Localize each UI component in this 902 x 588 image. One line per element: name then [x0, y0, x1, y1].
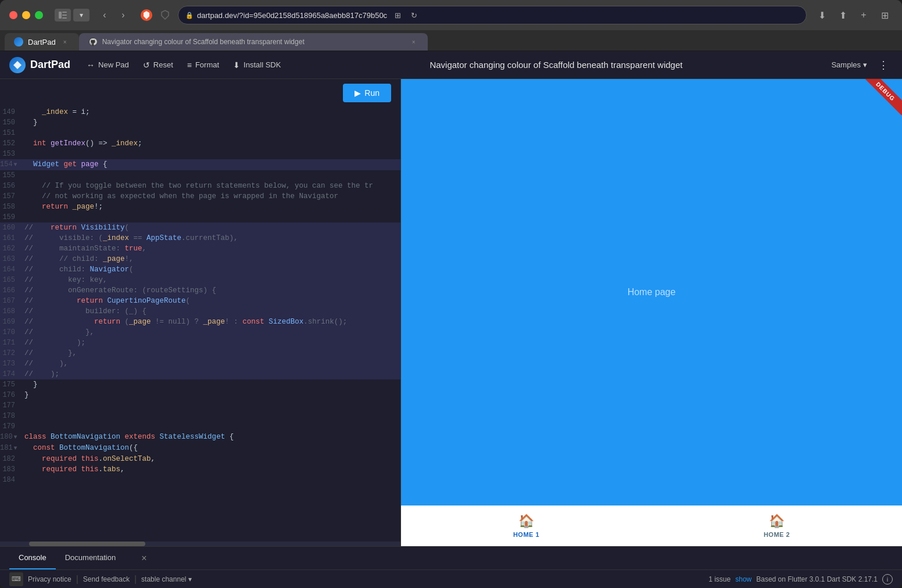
dartpad-logo: DartPad	[9, 57, 70, 73]
tab-overview-button[interactable]: ⊞	[876, 7, 893, 23]
scrollbar-thumb[interactable]	[29, 542, 145, 546]
tab-dartpad-close[interactable]: ×	[60, 37, 70, 46]
privacy-notice-link[interactable]: Privacy notice	[28, 575, 71, 583]
reset-button[interactable]: ↺ Reset	[136, 57, 180, 73]
sidebar-toggle-button[interactable]	[55, 9, 71, 21]
privacy-shield-icon[interactable]	[157, 7, 173, 23]
tab-bar: DartPad × Navigator changing colour of S…	[0, 30, 902, 51]
downloads-button[interactable]: ⬇	[814, 7, 830, 23]
shield-icons	[138, 7, 173, 23]
table-row: 156 // If you toggle between the two ret…	[0, 181, 400, 191]
table-row: 182 required this.onSelectTab,	[0, 454, 400, 464]
table-row: 181▼ const BottomNavigation({	[0, 443, 400, 454]
table-row: 173 // ),	[0, 358, 400, 369]
dartpad-favicon	[14, 37, 23, 46]
preview-content: Home page	[401, 79, 902, 505]
maximize-window-button[interactable]	[35, 11, 43, 19]
home1-icon: 🏠	[518, 514, 534, 529]
table-row: 175 }	[0, 379, 400, 390]
share-button[interactable]: ⬆	[835, 7, 851, 23]
minimize-window-button[interactable]	[22, 11, 30, 19]
horizontal-scrollbar[interactable]	[0, 542, 400, 546]
samples-label: Samples	[831, 60, 861, 69]
preview-pane: DEBUG Home page 🏠 HOME 1 🏠 HOME 2	[401, 79, 902, 546]
browser-actions: ⬇ ⬆ + ⊞	[814, 7, 893, 23]
back-button[interactable]: ‹	[96, 7, 113, 23]
samples-button[interactable]: Samples ▾	[824, 57, 874, 73]
documentation-tab-label: Documentation	[65, 553, 116, 562]
table-row: 157 // not working as expected when the …	[0, 191, 400, 202]
table-row: 158 return _page!;	[0, 202, 400, 212]
install-sdk-button[interactable]: ⬇ Install SDK	[226, 57, 288, 73]
forward-button[interactable]: ›	[115, 7, 131, 23]
status-left: ⌨ Privacy notice | Send feedback | stabl…	[9, 572, 192, 586]
table-row: 151	[0, 128, 400, 138]
new-pad-label: New Pad	[98, 60, 129, 69]
issue-count: 1 issue	[708, 575, 731, 583]
fold-arrow[interactable]: ▼	[14, 162, 17, 168]
run-button[interactable]: ▶ Run	[343, 84, 391, 102]
nav-buttons: ‹ ›	[96, 7, 131, 23]
table-row: 155	[0, 170, 400, 181]
table-row: 164 // child: Navigator(	[0, 264, 400, 275]
tab-navigator[interactable]: Navigator changing colour of Scaffold be…	[79, 33, 428, 51]
table-row: 160 // return Visibility(	[0, 223, 400, 233]
more-options-button[interactable]: ⋮	[874, 56, 893, 74]
send-feedback-link[interactable]: Send feedback	[83, 575, 130, 583]
nav-item-home1[interactable]: 🏠 HOME 1	[401, 509, 652, 543]
info-icon: i	[887, 576, 888, 583]
install-sdk-icon: ⬇	[233, 60, 240, 70]
window-menu-button[interactable]: ▾	[73, 9, 90, 21]
new-pad-button[interactable]: ↔ New Pad	[80, 57, 136, 73]
documentation-tab[interactable]: Documentation	[56, 547, 125, 569]
svg-rect-0	[59, 12, 62, 19]
tab-dartpad[interactable]: DartPad ×	[5, 33, 79, 51]
fold-arrow[interactable]: ▼	[14, 434, 17, 440]
tab-navigator-close[interactable]: ×	[409, 37, 418, 46]
table-row: 169 // return (_page != null) ? _page! :…	[0, 317, 400, 327]
console-tab[interactable]: Console	[9, 547, 56, 569]
address-bar[interactable]: 🔒 dartpad.dev/?id=95e0d2158d518965a8aebb…	[178, 6, 807, 24]
run-label: Run	[364, 88, 380, 98]
bottom-navigation: 🏠 HOME 1 🏠 HOME 2	[401, 505, 902, 546]
sdk-info: Based on Flutter 3.0.1 Dart SDK 2.17.1	[756, 575, 878, 583]
window-controls: ▾	[55, 9, 90, 21]
refresh-button[interactable]: ↻	[407, 8, 421, 22]
channel-selector[interactable]: stable channel ▾	[141, 575, 192, 583]
reader-mode-button[interactable]: ⊞	[391, 8, 405, 22]
traffic-lights	[9, 11, 43, 19]
table-row: 161 // visible: (_index == AppState.curr…	[0, 233, 400, 243]
table-row: 166 // onGenerateRoute: (routeSettings) …	[0, 285, 400, 296]
table-row: 162 // maintainState: true,	[0, 243, 400, 254]
editor-header: ▶ Run	[0, 79, 400, 107]
fold-arrow[interactable]: ▼	[14, 445, 17, 451]
dartpad-toolbar: DartPad ↔ New Pad ↺ Reset ≡ Format ⬇ Ins…	[0, 51, 902, 79]
close-window-button[interactable]	[9, 11, 17, 19]
table-row: 171 // );	[0, 338, 400, 348]
new-tab-button[interactable]: +	[856, 7, 872, 23]
table-row: 172 // },	[0, 348, 400, 358]
channel-label: stable channel	[141, 575, 186, 583]
table-row: 150 }	[0, 117, 400, 128]
close-console-button[interactable]: ×	[139, 551, 149, 566]
table-row: 168 // builder: (_) {	[0, 306, 400, 317]
install-sdk-label: Install SDK	[244, 60, 281, 69]
address-text: dartpad.dev/?id=95e0d2158d518965a8aebb81…	[197, 11, 387, 20]
table-row: 159	[0, 212, 400, 223]
address-actions: ⊞ ↻	[391, 8, 421, 22]
tab-navigator-label: Navigator changing colour of Scaffold be…	[102, 38, 305, 46]
status-right: 1 issue show Based on Flutter 3.0.1 Dart…	[708, 574, 893, 585]
nav-item-home2[interactable]: 🏠 HOME 2	[652, 509, 902, 543]
table-row: 183 required this.tabs,	[0, 464, 400, 475]
show-issues-link[interactable]: show	[735, 575, 751, 583]
keyboard-icon[interactable]: ⌨	[9, 572, 23, 586]
table-row: 149 _index = i;	[0, 107, 400, 117]
code-editor[interactable]: ▶ Run 149 _index = i; 150	[0, 79, 401, 546]
code-area[interactable]: 149 _index = i; 150 } 151	[0, 107, 400, 546]
github-favicon	[88, 37, 98, 46]
more-icon: ⋮	[878, 59, 889, 71]
info-button[interactable]: i	[882, 574, 893, 585]
format-button[interactable]: ≡ Format	[180, 57, 226, 73]
title-bar: ▾ ‹ › 🔒 dartpad.dev/?id=95e0d2158d518965…	[0, 0, 902, 30]
brave-shield-icon[interactable]	[138, 7, 155, 23]
